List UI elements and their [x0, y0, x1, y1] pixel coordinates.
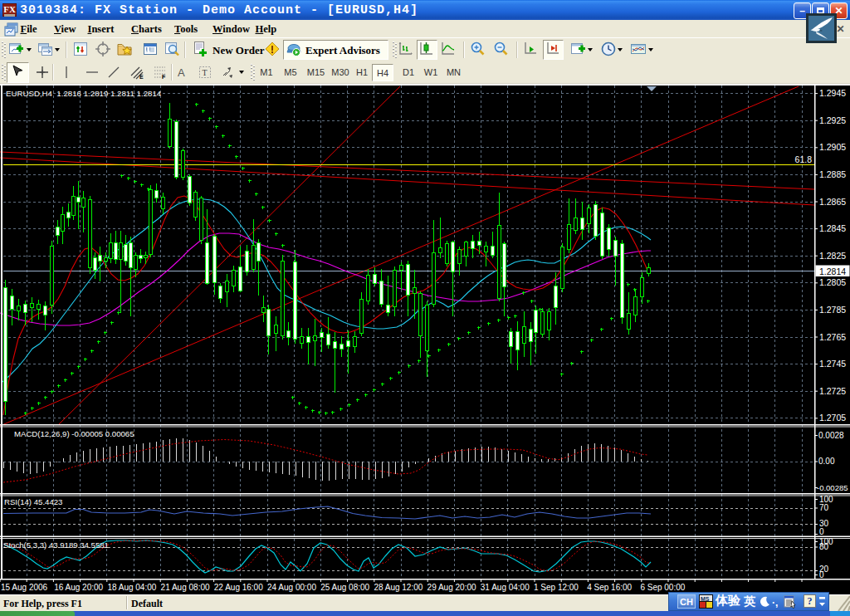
svg-text:31 Aug 04:00: 31 Aug 04:00	[481, 583, 530, 592]
svg-text:EURUSD,H4 1.2816 1.2819 1.281: EURUSD,H4 1.2816 1.2819 1.2811 1.2814	[6, 89, 162, 98]
svg-text:1.2865: 1.2865	[819, 197, 846, 207]
svg-text:1.2945: 1.2945	[819, 88, 846, 98]
svg-text:1.2765: 1.2765	[819, 332, 846, 342]
svg-text:28 Aug 12:00: 28 Aug 12:00	[374, 583, 423, 592]
svg-text:1.2905: 1.2905	[819, 142, 846, 152]
svg-text:25 Aug 08:00: 25 Aug 08:00	[320, 583, 369, 592]
svg-text:-0.00285: -0.00285	[817, 483, 848, 492]
svg-text:1.2805: 1.2805	[819, 277, 846, 287]
svg-text:22 Aug 16:00: 22 Aug 16:00	[214, 583, 263, 592]
svg-text:1.2885: 1.2885	[819, 169, 846, 179]
svg-text:1.2745: 1.2745	[819, 359, 846, 369]
svg-text:15 Aug 2006: 15 Aug 2006	[1, 583, 48, 592]
svg-text:0: 0	[819, 570, 824, 579]
svg-text:70: 70	[819, 503, 829, 512]
svg-text:MS: MS	[701, 596, 710, 602]
svg-text:Stoch(5,3,3) 43.9189 34.5581: Stoch(5,3,3) 43.9189 34.5581	[3, 540, 109, 550]
svg-text:29 Aug 20:00: 29 Aug 20:00	[427, 583, 476, 592]
svg-text:80: 80	[819, 542, 829, 551]
svg-text:1.2725: 1.2725	[819, 386, 846, 396]
svg-text:24 Aug 00:00: 24 Aug 00:00	[267, 583, 316, 592]
svg-text:1.2925: 1.2925	[819, 115, 846, 125]
svg-text:6 Sep 00:00: 6 Sep 00:00	[640, 583, 685, 592]
svg-text:1.2825: 1.2825	[819, 251, 846, 261]
svg-text:0: 0	[819, 527, 824, 536]
svg-text:4 Sep 16:00: 4 Sep 16:00	[587, 583, 632, 592]
svg-text:1.2785: 1.2785	[819, 305, 846, 315]
svg-text:0.0028: 0.0028	[818, 431, 844, 440]
svg-text:1.2845: 1.2845	[819, 223, 846, 233]
svg-text:21 Aug 08:00: 21 Aug 08:00	[161, 583, 210, 592]
svg-text:1.2814: 1.2814	[819, 266, 846, 276]
svg-text:61.8: 61.8	[795, 154, 813, 164]
svg-text:RSI(14) 45.4423: RSI(14) 45.4423	[4, 497, 62, 506]
svg-text:MACD(12,26,9) -0.00005 0.00065: MACD(12,26,9) -0.00005 0.00065	[14, 429, 134, 438]
svg-text:1 Sep 12:00: 1 Sep 12:00	[534, 583, 579, 592]
svg-text:0.00: 0.00	[818, 457, 835, 466]
svg-text:16 Aug 20:00: 16 Aug 20:00	[54, 583, 103, 592]
svg-text:1.2705: 1.2705	[819, 413, 846, 423]
svg-text:18 Aug 04:00: 18 Aug 04:00	[107, 583, 156, 592]
